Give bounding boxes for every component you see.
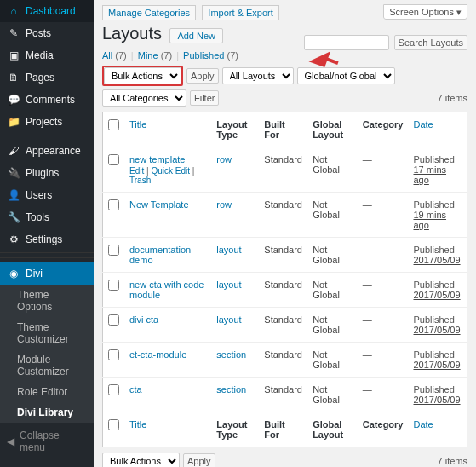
row-built-for: Standard (259, 147, 307, 193)
top-links: Manage Categories Import & Export Screen… (102, 0, 467, 19)
tablenav-top: Bulk Actions Apply All Layouts Global/no… (102, 66, 467, 107)
sidebar-item-projects[interactable]: 📁Projects (0, 111, 94, 133)
divi-submenu: Theme OptionsTheme CustomizerModule Cust… (0, 285, 94, 423)
page-title: Layouts (102, 19, 162, 52)
row-type-link[interactable]: layout (216, 314, 241, 325)
col-category: Category (358, 112, 409, 147)
list-views: All (7) | Mine (7) | Published (7) (102, 50, 467, 61)
row-category: — (358, 308, 409, 343)
collapse-menu[interactable]: ◀ Collapse menu (0, 423, 94, 460)
row-type-link[interactable]: row (216, 199, 232, 210)
menu-icon: 👤 (7, 189, 20, 201)
row-checkbox[interactable] (108, 199, 119, 210)
row-title-link[interactable]: cta (129, 384, 142, 395)
menu-icon: 🖌 (7, 145, 20, 157)
items-count-bottom: 7 items (438, 456, 467, 466)
all-layouts-select[interactable]: All Layouts (222, 67, 294, 84)
sidebar-item-pages[interactable]: 🗎Pages (0, 66, 94, 89)
sidebar-item-users[interactable]: 👤Users (0, 184, 94, 206)
row-built-for: Standard (259, 308, 307, 343)
view-all[interactable]: All (102, 50, 112, 61)
sidebar-item-tools[interactable]: 🔧Tools (0, 206, 94, 228)
row-title-link[interactable]: divi cta (129, 314, 158, 325)
view-published[interactable]: Published (183, 50, 224, 61)
col-title[interactable]: Title (124, 112, 211, 147)
apply-button-bottom[interactable]: Apply (183, 453, 215, 467)
table-row: et-cta-modulesectionStandardNot Global—P… (103, 343, 467, 378)
sidebar-item-plugins[interactable]: 🔌Plugins (0, 162, 94, 184)
import-export-link[interactable]: Import & Export (202, 5, 278, 20)
svg-marker-0 (308, 45, 341, 71)
row-checkbox[interactable] (108, 384, 119, 395)
all-categories-select[interactable]: All Categories (102, 89, 186, 107)
view-mine[interactable]: Mine (138, 50, 158, 61)
row-global: Not Global (307, 238, 358, 273)
row-title-link[interactable]: new cta with code module (129, 280, 204, 300)
sidebar-item-settings[interactable]: ⚙Settings (0, 228, 94, 251)
row-checkbox[interactable] (108, 154, 119, 165)
row-built-for: Standard (259, 238, 307, 273)
row-category: — (358, 378, 409, 412)
row-global: Not Global (307, 378, 358, 412)
sidebar-item-posts[interactable]: ✎Posts (0, 22, 94, 44)
view-all-count: (7) (115, 50, 126, 61)
view-published-count: (7) (227, 50, 238, 61)
submenu-item[interactable]: Theme Options (0, 285, 94, 317)
annotation-arrow (307, 41, 341, 78)
row-title-link[interactable]: documentation-demo (129, 245, 194, 265)
bulk-actions-select-bottom[interactable]: Bulk Actions (102, 453, 180, 467)
select-all-checkbox[interactable] (108, 119, 119, 130)
menu-icon: 📁 (7, 116, 20, 128)
row-checkbox[interactable] (108, 349, 119, 360)
table-row: documentation-demolayoutStandardNot Glob… (103, 238, 467, 273)
sidebar-item-dashboard[interactable]: ⌂Dashboard (0, 0, 94, 22)
add-new-button[interactable]: Add New (169, 28, 223, 43)
quick-edit-link[interactable]: Quick Edit (151, 166, 190, 176)
screen-options-button[interactable]: Screen Options ▾ (383, 4, 467, 20)
row-type-link[interactable]: layout (216, 280, 241, 290)
submenu-item[interactable]: Module Customizer (0, 349, 94, 382)
sidebar-item-label: Appearance (26, 145, 81, 157)
row-title-link[interactable]: new template (129, 154, 185, 164)
sidebar-item-label: Dashboard (26, 5, 76, 17)
row-title-link[interactable]: New Template (129, 199, 189, 210)
col-date[interactable]: Date (409, 112, 467, 147)
search-layouts-button[interactable]: Search Layouts (394, 35, 467, 50)
row-checkbox[interactable] (108, 245, 119, 256)
submenu-item[interactable]: Role Editor (0, 382, 94, 402)
sidebar-item-label: Posts (26, 27, 51, 39)
row-built-for: Standard (259, 273, 307, 308)
row-type-link[interactable]: layout (216, 245, 241, 255)
row-type-link[interactable]: row (216, 154, 232, 164)
row-checkbox[interactable] (108, 280, 119, 291)
row-date: Published19 mins ago (409, 193, 467, 238)
submenu-item[interactable]: Theme Customizer (0, 317, 94, 349)
apply-button[interactable]: Apply (186, 68, 219, 84)
row-date: Published2017/05/09 (409, 378, 467, 412)
row-title-link[interactable]: et-cta-module (129, 349, 186, 360)
bulk-actions-select[interactable]: Bulk Actions (104, 67, 181, 84)
row-built-for: Standard (259, 343, 307, 378)
sidebar-item-appearance[interactable]: 🖌Appearance (0, 140, 94, 162)
trash-link[interactable]: Trash (129, 176, 151, 185)
sidebar-item-label: Settings (26, 234, 62, 245)
row-checkbox[interactable] (108, 314, 119, 326)
col-title-foot[interactable]: Title (124, 412, 211, 447)
col-date-foot[interactable]: Date (409, 412, 467, 447)
col-global: Global Layout (307, 112, 358, 147)
row-actions: Edit | Quick Edit | Trash (129, 166, 206, 185)
edit-link[interactable]: Edit (129, 166, 144, 176)
row-category: — (358, 193, 409, 238)
sidebar-item-media[interactable]: ▣Media (0, 44, 94, 66)
select-all-checkbox-bottom[interactable] (108, 419, 119, 430)
sidebar-item-label: Plugins (26, 167, 59, 179)
row-type-link[interactable]: section (216, 349, 246, 360)
sidebar-item-divi[interactable]: ◉ Divi (0, 262, 94, 285)
filter-button[interactable]: Filter (190, 90, 219, 106)
collapse-icon: ◀ (7, 435, 14, 447)
sidebar-item-comments[interactable]: 💬Comments (0, 89, 94, 111)
layouts-table: Title Layout Type Built For Global Layou… (102, 112, 467, 447)
submenu-item[interactable]: Divi Library (0, 402, 94, 423)
sidebar-item-label: Comments (26, 94, 75, 106)
row-type-link[interactable]: section (216, 384, 246, 395)
